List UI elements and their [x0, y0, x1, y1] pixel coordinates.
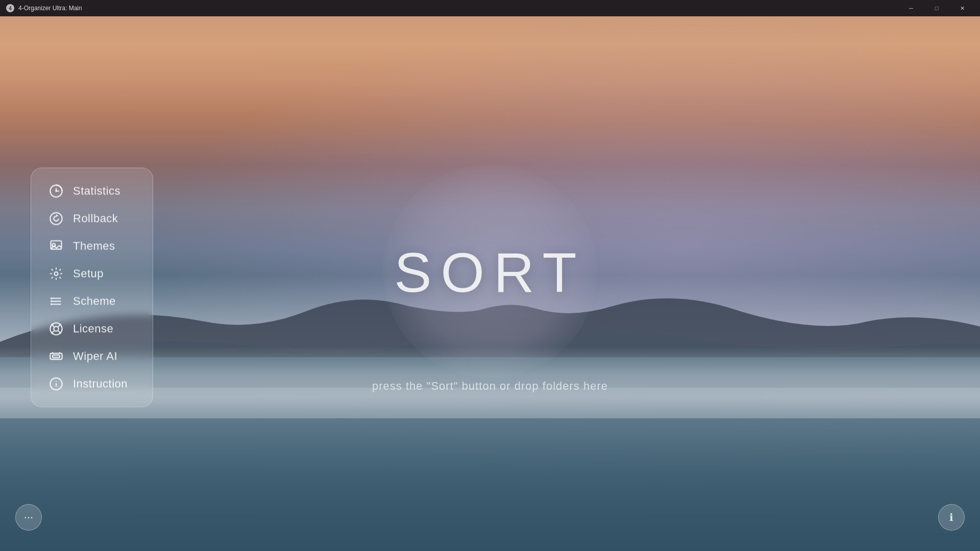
menu-item-scheme[interactable]: Scheme — [43, 288, 140, 315]
menu-item-themes[interactable]: Themes — [43, 233, 140, 260]
menu-item-rollback[interactable]: Rollback — [43, 205, 140, 233]
statistics-icon — [47, 183, 65, 200]
menu-item-instruction[interactable]: Instruction — [43, 370, 140, 398]
app-icon: 4 — [6, 4, 14, 12]
sort-button[interactable]: SORT — [394, 240, 586, 305]
license-icon — [47, 320, 65, 338]
svg-point-9 — [51, 297, 53, 299]
scheme-label: Scheme — [73, 295, 116, 308]
themes-icon — [47, 238, 65, 255]
setup-label: Setup — [73, 267, 104, 281]
close-button[interactable]: ✕ — [950, 0, 974, 16]
minimize-button[interactable]: ─ — [899, 0, 923, 16]
svg-point-1 — [55, 190, 57, 192]
rollback-icon — [47, 210, 65, 228]
svg-point-5 — [55, 272, 58, 276]
instruction-label: Instruction — [73, 378, 128, 391]
scheme-icon — [47, 293, 65, 310]
info-button[interactable]: ℹ — [938, 504, 965, 531]
themes-label: Themes — [73, 240, 115, 253]
titlebar-controls: ─ □ ✕ — [899, 0, 974, 16]
wiper-ai-icon — [47, 348, 65, 365]
svg-point-10 — [51, 300, 53, 303]
instruction-icon — [47, 375, 65, 393]
svg-point-19 — [56, 381, 57, 382]
svg-point-11 — [51, 304, 53, 306]
menu-item-statistics[interactable]: Statistics — [43, 178, 140, 205]
svg-rect-15 — [53, 355, 60, 358]
svg-rect-14 — [50, 354, 62, 360]
svg-point-13 — [54, 327, 58, 331]
license-label: License — [73, 322, 113, 336]
menu-item-setup[interactable]: Setup — [43, 260, 140, 288]
rollback-label: Rollback — [73, 212, 118, 226]
statistics-label: Statistics — [73, 185, 120, 198]
menu-panel: Statistics Rollback Themes — [31, 168, 153, 408]
menu-item-license[interactable]: License — [43, 315, 140, 343]
more-options-button[interactable]: ··· — [15, 504, 42, 531]
titlebar: 4 4-Organizer Ultra: Main ─ □ ✕ — [0, 0, 980, 16]
maximize-button[interactable]: □ — [925, 0, 948, 16]
titlebar-title: 4-Organizer Ultra: Main — [18, 5, 82, 12]
wiper-ai-label: Wiper AI — [73, 350, 117, 363]
menu-item-wiper-ai[interactable]: Wiper AI — [43, 343, 140, 370]
sort-subtitle: press the "Sort" button or drop folders … — [372, 380, 608, 393]
setup-icon — [47, 265, 65, 283]
